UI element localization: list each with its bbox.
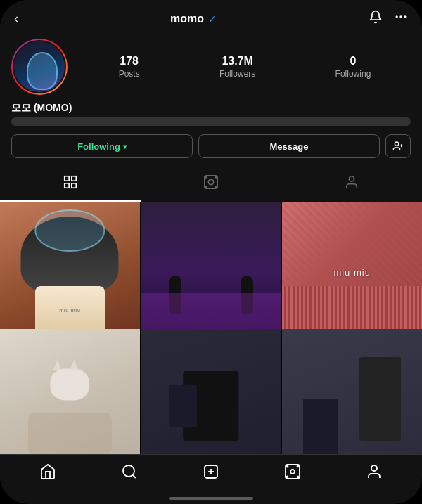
svg-point-26 — [287, 477, 288, 478]
stat-posts[interactable]: 178 Posts — [119, 55, 140, 79]
chevron-down-icon: ▾ — [123, 143, 127, 150]
svg-point-16 — [349, 176, 354, 181]
svg-point-24 — [287, 466, 288, 467]
svg-point-28 — [371, 465, 377, 471]
profile-section: 178 Posts 13.7M Followers 0 Following 모모… — [0, 34, 422, 167]
grid-item[interactable] — [141, 329, 281, 454]
verified-icon: ✓ — [208, 13, 217, 25]
bell-button[interactable] — [369, 10, 383, 27]
back-button[interactable]: ‹ — [14, 11, 18, 26]
message-button[interactable]: Message — [198, 134, 380, 158]
nav-add[interactable] — [196, 460, 226, 483]
svg-line-18 — [133, 475, 136, 478]
tab-tagged[interactable] — [281, 167, 422, 202]
reels-icon — [203, 174, 219, 193]
svg-point-27 — [298, 477, 299, 478]
stats-row: 178 Posts 13.7M Followers 0 Following — [79, 55, 411, 79]
svg-point-2 — [404, 15, 406, 18]
svg-point-13 — [215, 176, 217, 178]
grid-item[interactable]: ▷ 16.6M — [141, 202, 281, 342]
bio-placeholder — [11, 117, 411, 126]
more-button[interactable] — [394, 10, 408, 27]
posts-value: 178 — [120, 55, 139, 67]
profile-top: 178 Posts 13.7M Followers 0 Following — [11, 39, 411, 95]
following-label: Following — [335, 69, 371, 79]
svg-point-3 — [395, 142, 398, 146]
svg-rect-8 — [65, 183, 69, 188]
svg-rect-7 — [72, 176, 76, 181]
action-buttons: Following ▾ Message — [11, 134, 411, 158]
nav-profile[interactable] — [359, 460, 390, 483]
followers-label: Followers — [219, 69, 255, 79]
tab-grid[interactable] — [0, 167, 141, 202]
svg-point-11 — [208, 179, 213, 184]
stat-followers[interactable]: 13.7M Followers — [219, 55, 255, 79]
svg-point-25 — [298, 466, 299, 467]
brand-logo: miu miu — [333, 267, 371, 278]
grid-item[interactable] — [0, 329, 140, 454]
phone-container: ‹ momo ✓ — [0, 0, 422, 504]
posts-label: Posts — [119, 69, 140, 79]
nav-home[interactable] — [32, 460, 63, 483]
svg-point-1 — [399, 15, 402, 18]
add-user-button[interactable] — [385, 134, 411, 158]
tabs — [0, 167, 422, 202]
avatar[interactable] — [11, 39, 68, 95]
nav-reels[interactable] — [277, 460, 308, 483]
header-username: momo — [170, 13, 204, 25]
svg-point-23 — [290, 470, 295, 474]
svg-point-15 — [215, 186, 217, 188]
svg-point-14 — [205, 186, 207, 188]
nav-search[interactable] — [114, 460, 145, 483]
home-indicator — [169, 497, 253, 500]
grid-item[interactable] — [282, 329, 422, 454]
followers-value: 13.7M — [222, 55, 252, 67]
grid-item[interactable]: miu miu ▷ 6.4M — [0, 202, 140, 342]
grid-icon — [63, 174, 78, 193]
svg-point-12 — [205, 176, 207, 178]
svg-rect-6 — [65, 176, 69, 181]
following-label: Following — [77, 141, 120, 152]
following-value: 0 — [350, 55, 357, 67]
svg-rect-9 — [72, 183, 76, 188]
following-button[interactable]: Following ▾ — [11, 134, 193, 158]
svg-point-17 — [123, 465, 134, 477]
profile-name: 모모 (MOMO) — [11, 102, 411, 115]
svg-point-0 — [396, 15, 398, 18]
stat-following[interactable]: 0 Following — [335, 55, 371, 79]
photo-grid: miu miu ▷ 6.4M ▷ 16.6M — [0, 202, 422, 454]
bottom-nav — [0, 454, 422, 494]
tagged-icon — [344, 174, 359, 193]
header: ‹ momo ✓ — [0, 0, 422, 34]
header-center: momo ✓ — [170, 13, 217, 25]
tab-reels[interactable] — [141, 167, 281, 202]
grid-item[interactable]: miu miu ▷ 8.7M — [282, 202, 422, 342]
header-icons — [369, 10, 408, 27]
